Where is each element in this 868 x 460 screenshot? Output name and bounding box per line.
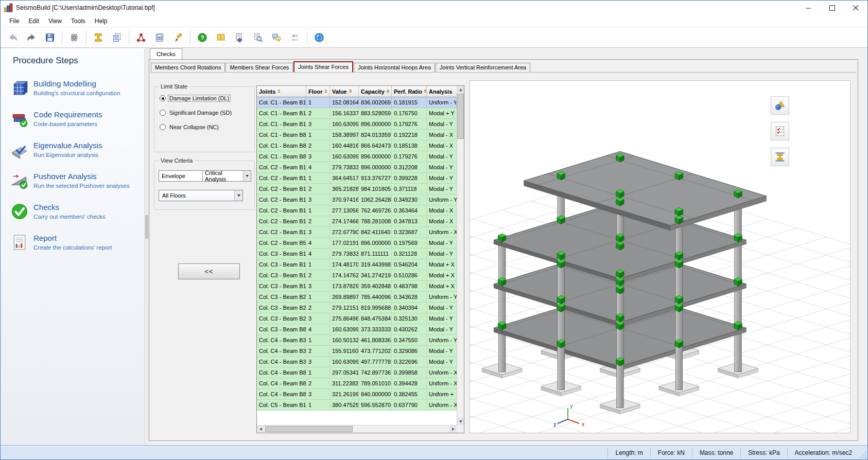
table-row[interactable]: Col. C5 - Beam B101380.47525596.5528700.… — [257, 400, 457, 411]
radio-near-collapse-nc[interactable]: Near Collapse (NC) — [160, 124, 254, 130]
table-row[interactable]: Col. C3 - Beam B133173.87829359.4028480.… — [257, 281, 457, 292]
horizontal-scroll-thumb[interactable] — [265, 426, 353, 432]
tab-joints-shear-forces[interactable]: Joints Shear Forces — [293, 61, 353, 72]
horizontal-scrollbar[interactable] — [257, 425, 457, 433]
model-3d-view[interactable]: x z y — [470, 80, 850, 433]
table-row[interactable]: Col. C3 - Beam B131174.48170319.4439980.… — [257, 259, 457, 270]
table-row[interactable]: Col. C1 - Beam B11152.08164836.0020690.1… — [257, 97, 457, 108]
tab-members-chord-rotations[interactable]: Members Chord Rotations — [151, 63, 225, 72]
radio-damage-limitation-dl[interactable]: Damage Limitation (DL) — [160, 95, 254, 101]
column-header-capacity[interactable]: Capacity4 — [359, 86, 392, 97]
maximize-button[interactable] — [820, 1, 844, 15]
frame-section-icon[interactable] — [90, 29, 107, 46]
column-header-value[interactable]: Value3 — [330, 86, 359, 97]
close-button[interactable] — [844, 1, 867, 15]
floors-combo[interactable]: All Floors — [159, 190, 243, 201]
table-row[interactable]: Col. C4 - Beam B8 -3321.26199840.0000000… — [257, 389, 457, 400]
save-icon[interactable] — [41, 29, 59, 46]
column-header-joints[interactable]: Joints1 — [257, 86, 306, 97]
radio-circle-icon[interactable] — [160, 95, 166, 101]
table-row[interactable]: Col. C4 - Beam B31160.50132461.8083360.3… — [257, 335, 457, 346]
radio-circle-icon[interactable] — [160, 124, 166, 130]
undo-icon[interactable] — [4, 29, 22, 46]
radio-significant-damage-sd[interactable]: Significant Damage (SD) — [160, 110, 254, 116]
forum-icon[interactable] — [286, 29, 304, 46]
table-row[interactable]: Col. C1 - Beam B82160.44816866.6424730.1… — [257, 140, 457, 151]
help-icon[interactable]: ? — [194, 29, 211, 46]
sidebar-item-code-requirements[interactable]: Code Requirements Code-based parameters — [11, 110, 140, 128]
table-row[interactable]: Col. C3 - Beam B23275.86496848.4753840.3… — [257, 313, 457, 324]
table-row[interactable]: Col. C2 - Beam B101277.13056762.4697260.… — [257, 205, 457, 216]
sidebar-item-eigenvalue-analysis[interactable]: Eigenvalue Analysis Run Eigenvalue analy… — [11, 141, 140, 158]
nodes-icon[interactable] — [132, 29, 150, 46]
table-cell: Col. C1 - Beam B8 — [257, 130, 306, 140]
table-row[interactable]: Col. C1 - Beam B13160.63099896.0000000.1… — [257, 119, 457, 130]
tab-joints-vertical-reinforcement-area[interactable]: Joints Vertical Reinforcement Area — [436, 63, 530, 72]
brush-icon[interactable] — [169, 29, 187, 46]
export-icon[interactable] — [231, 29, 248, 46]
splitter-thumb[interactable] — [145, 215, 148, 239]
table-row[interactable]: Col. C4 - Beam B8 -1297.05341742.8977360… — [257, 367, 457, 378]
resize-grip[interactable] — [859, 446, 867, 459]
table-row[interactable]: Col. C4 - Beam B33160.63099497.7777780.3… — [257, 357, 457, 367]
envelope-box[interactable]: Envelope — [159, 170, 203, 182]
column-header-floor[interactable]: Floor2 — [306, 86, 330, 97]
menu-item-file[interactable]: File — [5, 16, 24, 26]
table-row[interactable]: Col. C3 - Beam B22279.12151819.9956880.3… — [257, 303, 457, 313]
recheck-icon[interactable] — [771, 122, 789, 140]
sidebar-item-report[interactable]: Report Create the calculations' report — [11, 234, 140, 251]
column-header-analysis[interactable]: Analysis — [427, 86, 457, 97]
tab-joints-horizontal-hoops-area[interactable]: Joints Horizontal Hoops Area — [354, 63, 435, 72]
chevron-down-icon[interactable] — [243, 171, 251, 181]
analysis-combo[interactable]: Critical Analysis — [203, 170, 251, 182]
scroll-left-button[interactable] — [257, 426, 264, 433]
table-row[interactable]: Col. C2 - Beam B1 -3370.974161062.264288… — [257, 194, 457, 205]
tab-members-shear-forces[interactable]: Members Shear Forces — [225, 63, 293, 72]
scroll-up-button[interactable] — [457, 86, 464, 93]
column-header-perf-ratio[interactable]: Perf. Ratio5 — [392, 86, 427, 97]
table-row[interactable]: Col. C2 - Beam B103272.67790842.4116400.… — [257, 227, 457, 238]
tab-checks-page[interactable]: Checks — [150, 48, 182, 59]
display-settings-icon[interactable] — [771, 96, 789, 115]
table-row[interactable]: Col. C3 - Beam B14279.73833871.1111110.3… — [257, 249, 457, 259]
feedback-icon[interactable] — [268, 29, 285, 46]
menu-item-help[interactable]: Help — [90, 16, 112, 26]
table-row[interactable]: Col. C2 - Beam B1 -2365.21828984.1018050… — [257, 184, 457, 194]
table-row[interactable]: Col. C3 - Beam B132174.14762341.2742190.… — [257, 270, 457, 281]
processor-icon[interactable] — [65, 29, 83, 46]
table-row[interactable]: Col. C4 - Beam B32155.91160473.7712020.3… — [257, 346, 457, 357]
menu-item-tools[interactable]: Tools — [66, 16, 90, 26]
table-row[interactable]: Col. C1 - Beam B12156.16337883.5280590.1… — [257, 108, 457, 119]
table-row[interactable]: Col. C2 - Beam B54177.02191896.0000000.1… — [257, 238, 457, 249]
documents-icon[interactable] — [108, 29, 126, 46]
sidebar-item-checks[interactable]: Checks Carry out members' checks — [11, 203, 140, 220]
vertical-scroll-thumb[interactable] — [457, 94, 464, 139]
scroll-right-button[interactable] — [449, 426, 457, 433]
redo-icon[interactable] — [23, 29, 40, 46]
table-row[interactable]: Col. C4 - Beam B8 -2311.22382789.0510100… — [257, 378, 457, 389]
section-icon[interactable] — [771, 148, 789, 166]
menu-item-view[interactable]: View — [44, 16, 66, 26]
calculator-icon[interactable] — [151, 29, 168, 46]
scroll-down-button[interactable] — [457, 418, 464, 425]
table-row[interactable]: Col. C3 - Beam B21269.89897785.4400960.3… — [257, 292, 457, 303]
tips-icon[interactable] — [212, 29, 230, 46]
sidebar-item-building-modelling[interactable]: Building Modelling Building's structural… — [11, 79, 140, 97]
table-row[interactable]: Col. C2 - Beam B102274.17466788.2810080.… — [257, 216, 457, 227]
table-row[interactable]: Col. C1 - Beam B83160.63099896.0000000.1… — [257, 151, 457, 162]
globe-icon[interactable] — [310, 29, 328, 46]
table-row[interactable]: Col. C1 - Beam B81158.38997824.0133590.1… — [257, 130, 457, 140]
sidebar-splitter[interactable] — [145, 48, 149, 445]
vertical-scrollbar[interactable] — [457, 86, 464, 425]
table-row[interactable]: Col. C2 - Beam B14279.73833896.0000000.3… — [257, 162, 457, 173]
table-row[interactable]: Col. C3 - Beam B84160.63099373.3333330.4… — [257, 324, 457, 335]
sidebar-item-pushover-analysis[interactable]: Pushover Analysis Run the selected Pusho… — [11, 172, 140, 189]
radio-circle-icon[interactable] — [160, 110, 166, 116]
search-icon[interactable] — [249, 29, 267, 46]
menu-item-edit[interactable]: Edit — [24, 16, 44, 26]
collapse-panel-button[interactable]: << — [178, 263, 240, 279]
minimize-button[interactable] — [796, 1, 820, 15]
chevron-down-icon[interactable] — [234, 190, 242, 201]
table-cell: 1 — [306, 130, 330, 140]
table-row[interactable]: Col. C2 - Beam B1 -1364.64517913.3767270… — [257, 173, 457, 184]
